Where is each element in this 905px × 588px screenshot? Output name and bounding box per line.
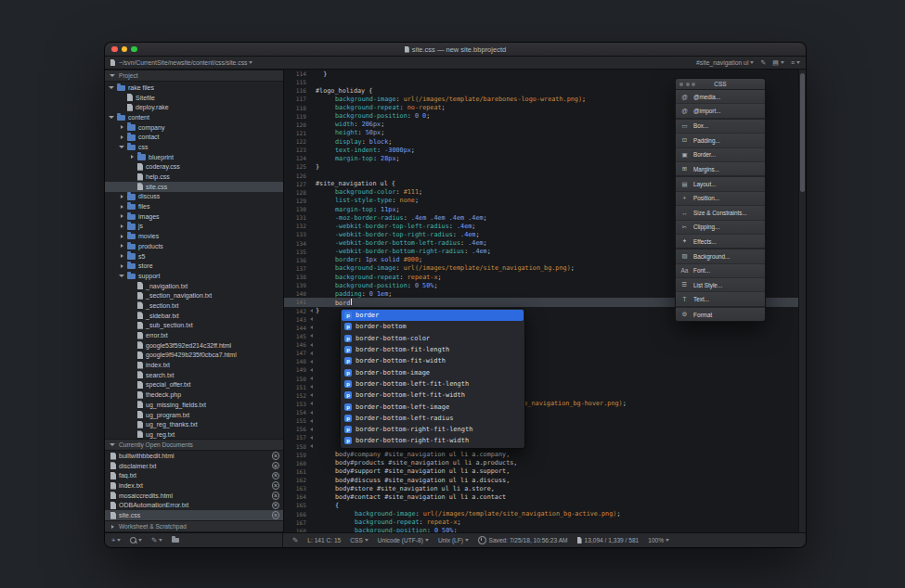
code-line[interactable]: 160body#products #site_navigation ul li … (284, 459, 806, 467)
completion-item[interactable]: pborder-bottom-right-fit-width (342, 435, 524, 446)
open-document-item[interactable]: index.txt (105, 480, 283, 491)
completion-item[interactable]: pborder-bottom-fit-length (342, 344, 524, 355)
tree-item[interactable]: store (105, 261, 283, 271)
palette-item-media-rule[interactable]: @@media... (676, 90, 765, 104)
code-line[interactable]: 165{ (284, 501, 806, 509)
add-item-button[interactable]: + (111, 536, 121, 544)
tree-item[interactable]: _section.txt (105, 300, 283, 311)
tree-item[interactable]: rake files (105, 83, 283, 93)
search-button[interactable] (130, 537, 142, 543)
scrollbar-thumb[interactable] (800, 73, 805, 192)
completion-item[interactable]: pborder-bottom (342, 321, 524, 332)
disclosure-closed-icon[interactable] (110, 525, 115, 529)
open-document-item[interactable]: mosaiccredits.html (105, 491, 283, 501)
code-line[interactable]: 168background-position: 0 50%; (284, 527, 806, 532)
tree-item[interactable]: products (105, 241, 283, 251)
palette-item-text[interactable]: TText... (676, 292, 765, 305)
completion-item[interactable]: pborder-bottom-color (342, 333, 524, 344)
palette-item-border[interactable]: ▣Border... (676, 148, 765, 162)
palette-window-buttons[interactable] (679, 83, 695, 86)
palette-item-clipping[interactable]: ✂Clipping... (676, 221, 765, 235)
tree-item[interactable]: Sitefile (105, 93, 283, 103)
line-endings-popup[interactable]: Unix (LF) (438, 537, 469, 543)
palette-item-background[interactable]: ▨Background... (676, 249, 765, 263)
completion-item[interactable]: pborder-bottom-left-fit-width (342, 390, 524, 401)
completion-item[interactable]: pborder-bottom-image (342, 366, 524, 377)
tree-item[interactable]: ug_reg.txt (105, 429, 283, 439)
code-line[interactable]: 166background-image: url(/images/templat… (284, 510, 806, 518)
tree-item[interactable]: index.txt (105, 360, 283, 370)
tree-item[interactable]: google53f592ed214c32ff.html (105, 340, 283, 351)
disclosure-closed-icon[interactable] (119, 125, 124, 129)
palette-item-effects[interactable]: ✦Effects... (676, 235, 765, 248)
code-line[interactable]: 162body#discuss #site_navigation ul li a… (284, 476, 806, 484)
disclosure-open-icon[interactable] (110, 443, 115, 446)
disclosure-closed-icon[interactable] (119, 195, 124, 198)
palette-item-format[interactable]: ⚙Format (676, 308, 765, 321)
window-titlebar[interactable]: site.css — new site.bbprojectd (105, 43, 806, 57)
zoom-popup[interactable]: 100% (648, 537, 669, 543)
disclosure-open-icon[interactable] (109, 116, 114, 119)
zoom-window-button[interactable] (131, 46, 137, 53)
tree-item[interactable]: discuss (105, 192, 283, 202)
palette-item-box[interactable]: ▭Box... (676, 120, 765, 134)
tree-item[interactable]: _sidebar.txt (105, 311, 283, 321)
tree-item[interactable]: _section_navigation.txt (105, 290, 283, 300)
tree-item[interactable]: google9f9429b235f0cbca7.html (105, 351, 283, 361)
close-document-icon[interactable] (272, 511, 280, 519)
disclosure-closed-icon[interactable] (119, 235, 124, 238)
close-document-icon[interactable] (272, 472, 280, 480)
disclosure-closed-icon[interactable] (119, 244, 124, 248)
tree-item[interactable]: search.txt (105, 370, 283, 380)
reveal-folder-button[interactable] (172, 538, 179, 543)
pencil-icon[interactable]: ✎ (760, 59, 766, 67)
completion-item[interactable]: pborder-bottom-fit-width (342, 355, 524, 366)
close-document-icon[interactable] (272, 492, 280, 500)
completion-item[interactable]: pborder-bottom-right-fit-length (342, 424, 524, 435)
options-menu-icon[interactable]: ≡ (791, 59, 800, 66)
worksheet-header[interactable]: Worksheet & Scratchpad (105, 520, 283, 532)
close-document-icon[interactable] (272, 502, 280, 510)
open-document-item[interactable]: builtwithbbedit.html (105, 451, 283, 461)
code-line[interactable]: 159body#company #site_navigation ul li a… (284, 451, 806, 459)
tree-item[interactable]: coderay.css (105, 162, 283, 173)
file-path-popup[interactable]: ~/svn/CurrentSite/newsite/content/css/si… (119, 59, 252, 66)
disclosure-closed-icon[interactable] (129, 155, 135, 159)
tree-item[interactable]: site.css (105, 182, 283, 192)
palette-item-import-rule[interactable]: @@import... (676, 104, 765, 117)
tree-item[interactable]: files (105, 201, 283, 211)
minimize-window-button[interactable] (122, 46, 128, 53)
disclosure-open-icon[interactable] (119, 275, 124, 277)
tree-item[interactable]: _sub_section.txt (105, 321, 283, 331)
palette-item-size-constraints[interactable]: ↔Size & Constraints... (676, 206, 765, 220)
encoding-popup[interactable]: Unicode (UTF-8) (378, 537, 429, 543)
disclosure-open-icon[interactable] (119, 146, 124, 148)
tree-item[interactable]: ug_missing_fields.txt (105, 400, 283, 410)
tree-item[interactable]: company (105, 122, 283, 133)
tree-item[interactable]: deploy.rake (105, 102, 283, 112)
close-document-icon[interactable] (272, 452, 280, 460)
tree-item[interactable]: help.css (105, 172, 283, 182)
completion-item[interactable]: pborder-bottom-left-image (342, 401, 524, 412)
palette-titlebar[interactable]: CSS (676, 79, 765, 90)
editable-indicator-icon[interactable]: ✎ (292, 536, 298, 544)
tree-item[interactable]: _navigation.txt (105, 281, 283, 291)
disclosure-closed-icon[interactable] (119, 254, 124, 258)
open-document-item[interactable]: site.css (105, 510, 283, 520)
tree-item[interactable]: blueprint (105, 152, 283, 162)
code-line[interactable]: 163body#store #site_navigation ul li a.s… (284, 484, 806, 492)
disclosure-open-icon[interactable] (109, 86, 114, 89)
tree-item[interactable]: s5 (105, 251, 283, 262)
open-document-item[interactable]: ODBAutomationError.txt (105, 501, 283, 511)
code-line[interactable]: 161body#support #site_navigation ul li a… (284, 467, 806, 476)
open-document-item[interactable]: faq.txt (105, 471, 283, 481)
markers-icon[interactable]: ▤ (772, 59, 784, 67)
code-line[interactable]: 167background-repeat: repeat-x; (284, 518, 806, 527)
tree-item[interactable]: css (105, 142, 283, 152)
disclosure-closed-icon[interactable] (119, 214, 124, 218)
tree-item[interactable]: special_offer.txt (105, 380, 283, 390)
disclosure-closed-icon[interactable] (119, 264, 124, 268)
disclosure-closed-icon[interactable] (119, 224, 124, 228)
tree-item[interactable]: ug_program.txt (105, 410, 283, 420)
code-line[interactable]: 114 } (284, 70, 806, 78)
